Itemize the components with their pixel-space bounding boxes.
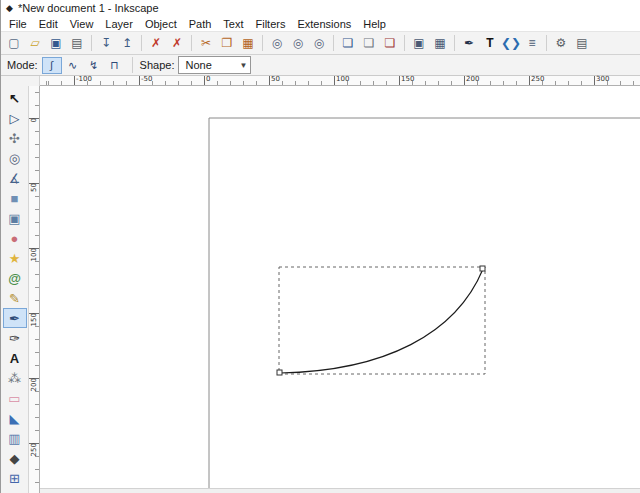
- tool-selector[interactable]: ↖: [3, 88, 27, 108]
- tool-bucket-fill[interactable]: ◣: [3, 408, 27, 428]
- menu-edit[interactable]: Edit: [33, 18, 64, 30]
- menu-layer[interactable]: Layer: [99, 18, 139, 30]
- horizontal-ruler[interactable]: -100-50050100150200250300: [40, 76, 640, 86]
- clone-button[interactable]: ❏: [359, 34, 379, 53]
- tool-star[interactable]: ★: [3, 248, 27, 268]
- chevron-down-icon: ▼: [240, 61, 248, 70]
- dropper-icon: ◆: [10, 452, 20, 465]
- menu-object[interactable]: Object: [139, 18, 183, 30]
- inkscape-window: ◆ *New document 1 - Inkscape FileEditVie…: [0, 0, 640, 493]
- export-icon: ↥: [122, 37, 132, 49]
- tool-spray[interactable]: ⁂: [3, 368, 27, 388]
- copy-button[interactable]: ❐: [217, 34, 237, 53]
- tool-measure[interactable]: ∡: [3, 168, 27, 188]
- tool-ellipse[interactable]: ●: [3, 228, 27, 248]
- ellipse-icon: ●: [11, 232, 19, 245]
- zigzag-mode-icon: ↯: [89, 60, 98, 71]
- align-distribute-button[interactable]: ≡: [522, 34, 542, 53]
- hruler-label: 100: [336, 75, 349, 84]
- menu-help[interactable]: Help: [357, 18, 392, 30]
- canvas[interactable]: [40, 86, 640, 493]
- tool-dropper[interactable]: ◆: [3, 448, 27, 468]
- undo-button[interactable]: ✗: [146, 34, 166, 53]
- mode-zigzag-button[interactable]: ↯: [84, 57, 104, 74]
- tool-node-editor[interactable]: ▷: [3, 108, 27, 128]
- zoom-page-button[interactable]: ◎: [309, 34, 329, 53]
- unlink-clone-button[interactable]: ❏: [380, 34, 400, 53]
- selector-icon: ↖: [9, 92, 20, 105]
- ruler-corner: [1, 76, 40, 86]
- bezier-curve[interactable]: [280, 269, 483, 373]
- tool-text[interactable]: A: [3, 348, 27, 368]
- ungroup-icon: ▦: [434, 37, 445, 49]
- menu-filters[interactable]: Filters: [250, 18, 292, 30]
- mode-paraxial-button[interactable]: ⊓: [105, 57, 125, 74]
- hruler-label: 200: [466, 75, 479, 84]
- menu-view[interactable]: View: [64, 18, 100, 30]
- group-icon: ▣: [413, 37, 424, 49]
- clone-icon: ❏: [364, 37, 375, 49]
- xml-editor-button[interactable]: ❮❯: [501, 34, 521, 53]
- horizontal-scrollbar[interactable]: [40, 488, 640, 493]
- mode-buttons: ∫∿↯⊓: [42, 57, 125, 74]
- save-button[interactable]: ▣: [46, 34, 66, 53]
- document-properties-button[interactable]: ▤: [572, 34, 592, 53]
- tool-zoom[interactable]: ◎: [3, 148, 27, 168]
- cut-icon: ✂: [201, 37, 211, 49]
- tool-eraser[interactable]: ▭: [3, 388, 27, 408]
- menu-text[interactable]: Text: [217, 18, 249, 30]
- redo-button[interactable]: ✗: [167, 34, 187, 53]
- connector-icon: ⊞: [9, 472, 20, 485]
- mode-spiro-button[interactable]: ∿: [63, 57, 83, 74]
- cut-button[interactable]: ✂: [196, 34, 216, 53]
- hruler-label: 250: [531, 75, 544, 84]
- calligraphy-icon: ✑: [9, 332, 20, 345]
- export-button[interactable]: ↥: [117, 34, 137, 53]
- hruler-label: 0: [206, 75, 210, 84]
- titlebar[interactable]: ◆ *New document 1 - Inkscape: [1, 0, 640, 16]
- align-distribute-icon: ≡: [528, 37, 535, 49]
- tool-pencil[interactable]: ✎: [3, 288, 27, 308]
- menu-file[interactable]: File: [3, 18, 33, 30]
- paste-button[interactable]: ▦: [238, 34, 258, 53]
- eraser-icon: ▭: [8, 392, 20, 405]
- shape-select[interactable]: None ▼: [178, 56, 251, 74]
- zoom-selection-button[interactable]: ◎: [267, 34, 287, 53]
- mode-bezier-button[interactable]: ∫: [42, 57, 62, 74]
- fill-stroke-button[interactable]: ✒: [459, 34, 479, 53]
- vruler-label: 100: [30, 248, 39, 261]
- xml-editor-icon: ❮❯: [501, 37, 521, 49]
- rectangle-icon: ■: [11, 192, 19, 205]
- tool-connector[interactable]: ⊞: [3, 468, 27, 488]
- group-button[interactable]: ▣: [409, 34, 429, 53]
- toolbox: ↖▷✣◎∡■▣●★@✎✒✑A⁂▭◣▥◆⊞: [1, 86, 29, 493]
- path-node-start[interactable]: [277, 370, 282, 375]
- node-editor-icon: ▷: [10, 112, 20, 125]
- import-button[interactable]: ↧: [96, 34, 116, 53]
- tool-gradient[interactable]: ▥: [3, 428, 27, 448]
- toolbar-separator: [141, 35, 142, 51]
- text-dialog-icon: T: [486, 37, 493, 49]
- text-dialog-button[interactable]: T: [480, 34, 500, 53]
- menu-extensions[interactable]: Extensions: [291, 18, 357, 30]
- open-button[interactable]: ▱: [25, 34, 45, 53]
- tool-box-3d[interactable]: ▣: [3, 208, 27, 228]
- print-button[interactable]: ▤: [67, 34, 87, 53]
- new-document-icon: ▢: [8, 37, 19, 49]
- tool-calligraphy[interactable]: ✑: [3, 328, 27, 348]
- fill-stroke-icon: ✒: [464, 37, 474, 49]
- path-node-end[interactable]: [480, 266, 485, 271]
- tool-rectangle[interactable]: ■: [3, 188, 27, 208]
- vertical-ruler[interactable]: 050100150200250: [29, 86, 40, 493]
- tool-spiral[interactable]: @: [3, 268, 27, 288]
- ungroup-button[interactable]: ▦: [430, 34, 450, 53]
- tool-tweak[interactable]: ✣: [3, 128, 27, 148]
- toolbar-separator: [132, 57, 133, 73]
- preferences-button[interactable]: ⚙: [551, 34, 571, 53]
- duplicate-button[interactable]: ❏: [338, 34, 358, 53]
- new-document-button[interactable]: ▢: [4, 34, 24, 53]
- menu-path[interactable]: Path: [183, 18, 218, 30]
- measure-icon: ∡: [9, 172, 21, 185]
- zoom-drawing-button[interactable]: ◎: [288, 34, 308, 53]
- tool-bezier-pen[interactable]: ✒: [3, 308, 27, 328]
